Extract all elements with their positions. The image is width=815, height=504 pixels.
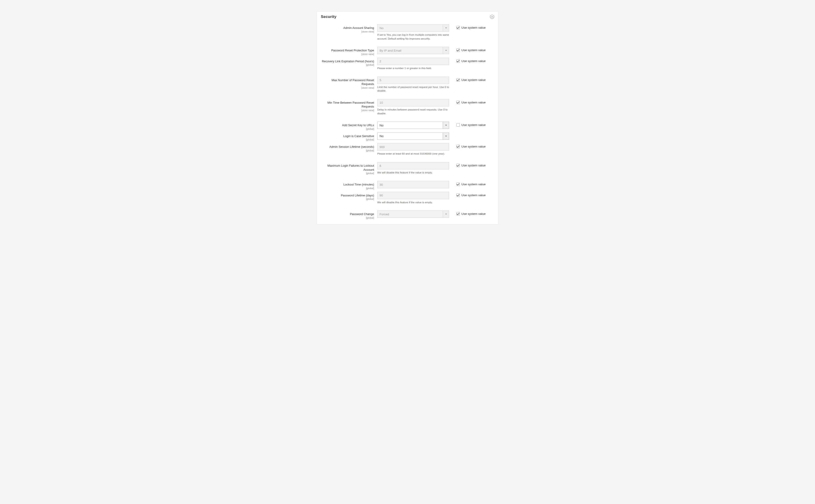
field-label-col: Password Lifetime (days) [global] [321,192,377,201]
admin-account-sharing-select: No [377,24,449,32]
field-label: Recovery Link Expiration Period (hours) [321,59,374,63]
use-system-label: Use system value [461,78,486,82]
use-system-label: Use system value [461,48,486,52]
select-arrow [443,47,449,54]
select-arrow [443,24,449,32]
control-col: Forced [377,211,449,218]
use-system-checkbox[interactable] [456,164,460,167]
control-col [377,181,449,188]
field-scope: [global] [321,216,374,219]
field-note: Delay in minutes between password reset … [377,108,449,115]
panel-header: Security [317,12,498,22]
select-value: No [377,133,443,140]
field-label: Min Time Between Password Reset Requests [321,101,374,109]
select-value: No [377,24,443,32]
field-password-change: Password Change [global] Forced Use syst… [321,211,494,219]
field-password-lifetime: Password Lifetime (days) [global] We wil… [321,192,494,204]
select-value: By IP and Email [377,47,443,54]
use-system-checkbox[interactable] [456,101,460,104]
max-login-failures-input-wrap [377,162,449,169]
control-col: No [377,122,449,129]
field-note: If set to Yes, you can log in from multi… [377,33,449,40]
field-scope: [store view] [321,30,374,33]
field-max-login-failures: Maximum Login Failures to Lockout Accoun… [321,162,494,175]
field-label: Lockout Time (minutes) [321,183,374,187]
use-system-col: Use system value [449,47,486,52]
field-lockout-time: Lockout Time (minutes) [global] Use syst… [321,181,494,190]
password-lifetime-input [377,192,449,199]
field-scope: [store view] [321,53,374,55]
add-secret-key-select[interactable]: No [377,122,449,129]
select-value: Forced [377,211,443,218]
security-panel: Security Admin Account Sharing [store vi… [317,11,498,224]
field-scope: [store view] [321,109,374,112]
use-system-label: Use system value [461,183,486,186]
field-note: We will disable this feature if the valu… [377,171,449,175]
field-add-secret-key: Add Secret Key to URLs [global] No Use s… [321,122,494,130]
lockout-time-input [377,181,449,188]
field-label: Max Number of Password Reset Requests [321,78,374,86]
field-scope: [global] [321,63,374,66]
use-system-label: Use system value [461,164,486,167]
field-scope: [global] [321,128,374,130]
use-system-checkbox[interactable] [456,145,460,148]
field-scope: [global] [321,198,374,200]
select-arrow [443,211,449,218]
use-system-checkbox[interactable] [456,193,460,197]
use-system-label: Use system value [461,145,486,148]
control-col: We will disable this feature if the valu… [377,162,449,175]
use-system-checkbox[interactable] [456,48,460,52]
field-label: Password Reset Protection Type [321,48,374,53]
use-system-label: Use system value [461,212,486,216]
use-system-col: Use system value [449,181,486,186]
login-case-sensitive-select[interactable]: No [377,133,449,140]
field-label-col: Password Reset Protection Type [store vi… [321,47,377,55]
max-reset-requests-input-wrap [377,77,449,84]
use-system-col: Use system value [449,77,486,82]
field-label: Password Lifetime (days) [321,193,374,198]
recovery-link-expiration-input-wrap [377,58,449,65]
panel-title: Security [321,15,337,19]
password-reset-protection-select: By IP and Email [377,47,449,54]
field-login-case-sensitive: Login is Case Sensitive [global] No [321,133,494,141]
select-value: No [377,122,443,129]
use-system-checkbox[interactable] [456,78,460,82]
session-lifetime-input-wrap [377,143,449,150]
collapse-button[interactable] [490,15,494,19]
field-scope: [store view] [321,86,374,89]
field-label-col: Recovery Link Expiration Period (hours) … [321,58,377,66]
use-system-label: Use system value [461,101,486,104]
panel-body: Admin Account Sharing [store view] No If… [317,22,498,224]
field-session-lifetime: Admin Session Lifetime (seconds) [global… [321,143,494,156]
field-label: Login is Case Sensitive [321,134,374,138]
field-note: Please enter at least 60 and at most 315… [377,152,449,156]
select-arrow[interactable] [443,133,449,140]
use-system-checkbox[interactable] [456,123,460,127]
field-scope: [global] [321,187,374,190]
field-recovery-link-expiration: Recovery Link Expiration Period (hours) … [321,58,494,70]
field-label-col: Max Number of Password Reset Requests [s… [321,77,377,89]
password-lifetime-input-wrap [377,192,449,199]
use-system-checkbox[interactable] [456,183,460,186]
recovery-link-expiration-input [377,58,449,65]
field-label: Admin Account Sharing [321,26,374,30]
field-label-col: Add Secret Key to URLs [global] [321,122,377,130]
control-col: Delay in minutes between password reset … [377,99,449,115]
caret-down-icon [445,28,447,28]
use-system-checkbox[interactable] [456,212,460,216]
select-arrow[interactable] [443,122,449,129]
min-time-between-reset-input-wrap [377,99,449,106]
chevron-up-icon [491,16,493,18]
caret-down-icon [445,50,447,51]
use-system-label: Use system value [461,26,486,29]
field-label-col: Admin Account Sharing [store view] [321,24,377,33]
field-max-reset-requests: Max Number of Password Reset Requests [s… [321,77,494,93]
field-scope: [global] [321,138,374,141]
control-col: By IP and Email [377,47,449,54]
use-system-col: Use system value [449,162,486,167]
field-admin-account-sharing: Admin Account Sharing [store view] No If… [321,24,494,40]
use-system-checkbox[interactable] [456,26,460,29]
use-system-checkbox[interactable] [456,59,460,63]
use-system-col: Use system value [449,58,486,63]
field-note: We will disable this feature if the valu… [377,201,449,204]
